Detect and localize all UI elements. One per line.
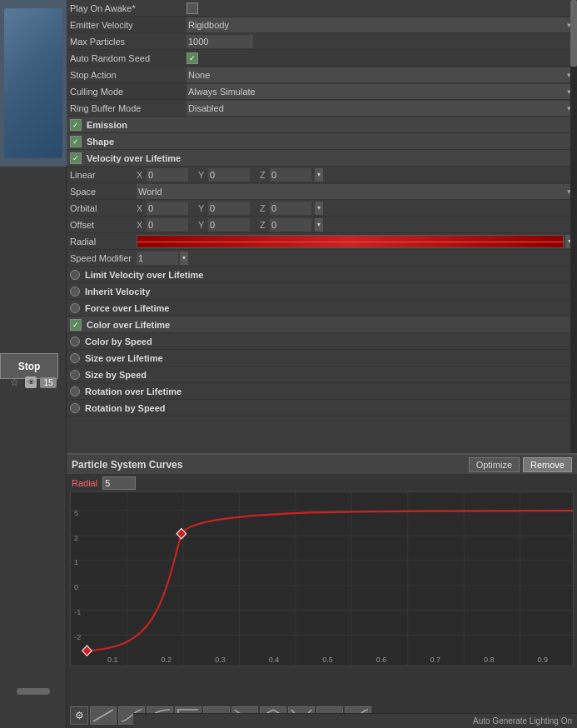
force-over-lifetime-header[interactable]: Force over Lifetime: [67, 300, 577, 317]
z-label: Z: [260, 170, 268, 180]
optimize-button[interactable]: Optimize: [469, 457, 520, 472]
layer-badge: 15: [40, 377, 56, 388]
curve-settings-icon[interactable]: ⚙: [70, 706, 88, 725]
eye-icon[interactable]: 👁: [25, 376, 37, 388]
offset-y-input[interactable]: [208, 218, 250, 232]
inherit-velocity-header[interactable]: Inherit Velocity: [67, 283, 577, 300]
y-label: Y: [198, 170, 206, 180]
rotation-by-speed-radio[interactable]: [70, 403, 80, 413]
sidebar-preview: [0, 0, 67, 167]
offset-y-field: Y: [198, 218, 250, 232]
culling-mode-select[interactable]: Always Simulate Pause And Catch-up Pause…: [187, 84, 574, 99]
color-over-lifetime-header[interactable]: ✓ Color over Lifetime: [67, 317, 577, 333]
shape-section-header[interactable]: ✓ Shape: [67, 133, 577, 150]
size-by-speed-radio[interactable]: [70, 370, 80, 380]
play-on-awake-label: Play On Awake*: [70, 3, 187, 13]
culling-mode-select-wrapper: Always Simulate Pause And Catch-up Pause…: [187, 84, 574, 99]
play-on-awake-checkbox[interactable]: [187, 2, 198, 14]
emission-section-header[interactable]: ✓ Emission: [67, 117, 577, 133]
curves-radial-label: Radial: [72, 478, 97, 488]
x-tick-07: 0.7: [408, 656, 462, 664]
limit-velocity-radio[interactable]: [70, 270, 80, 280]
x-axis: 0.1 0.2 0.3 0.4 0.5 0.6 0.7 0.8 0.9: [86, 656, 570, 664]
orbital-x-field: X: [137, 202, 188, 215]
orbital-label: Orbital: [70, 203, 137, 213]
orbital-dropdown[interactable]: ▾: [315, 202, 323, 215]
space-select[interactable]: World Local: [137, 184, 574, 199]
size-over-lifetime-radio[interactable]: [70, 353, 80, 363]
auto-random-seed-checkbox[interactable]: ✓: [187, 52, 198, 64]
velocity-over-lifetime-label: Velocity over Lifetime: [87, 153, 181, 163]
limit-velocity-label: Limit Velocity over Lifetime: [85, 270, 203, 280]
max-particles-input[interactable]: [187, 35, 253, 48]
linear-z-input[interactable]: [270, 168, 311, 182]
offset-x-input[interactable]: [147, 218, 188, 232]
curve-chart: 5 2 1 0 -1 -2: [71, 492, 573, 666]
preset-btn-1[interactable]: [90, 706, 117, 725]
rotation-by-speed-header[interactable]: Rotation by Speed: [67, 400, 577, 416]
color-by-speed-header[interactable]: Color by Speed: [67, 333, 577, 350]
orbital-y-label: Y: [198, 203, 206, 213]
shape-checkbox[interactable]: ✓: [70, 136, 82, 147]
limit-velocity-header[interactable]: Limit Velocity over Lifetime: [67, 267, 577, 283]
force-over-lifetime-radio[interactable]: [70, 303, 80, 313]
curves-header: Particle System Curves Optimize Remove: [67, 455, 577, 475]
ring-buffer-mode-select-wrapper: Disabled Pause Until Replaced Loop Until…: [187, 101, 574, 116]
stop-action-label: Stop Action: [70, 70, 187, 80]
velocity-over-lifetime-header[interactable]: ✓ Velocity over Lifetime: [67, 150, 577, 167]
speed-modifier-dropdown[interactable]: ▾: [180, 252, 188, 265]
offset-z-input[interactable]: [270, 218, 311, 232]
scroll-handle[interactable]: [17, 688, 50, 695]
size-over-lifetime-label: Size over Lifetime: [85, 353, 163, 363]
orbital-x-input[interactable]: [147, 202, 188, 215]
emission-checkbox[interactable]: ✓: [70, 119, 82, 131]
x-tick-09: 0.9: [516, 656, 570, 664]
orbital-x-label: X: [137, 203, 145, 213]
rotation-over-lifetime-header[interactable]: Rotation over Lifetime: [67, 383, 577, 400]
emitter-velocity-select-wrapper: Rigidbody Transform: [187, 17, 574, 32]
speed-modifier-input[interactable]: [137, 252, 178, 265]
ring-buffer-mode-select[interactable]: Disabled Pause Until Replaced Loop Until…: [187, 101, 574, 116]
orbital-z-label: Z: [260, 203, 268, 213]
radial-bar-line: [137, 242, 563, 242]
stop-button[interactable]: Stop: [0, 177, 58, 202]
offset-dropdown[interactable]: ▾: [315, 218, 323, 232]
curves-value-input[interactable]: [102, 476, 136, 490]
emission-label: Emission: [87, 120, 127, 130]
chart-area[interactable]: 5 2 1 0 -1 -2 0.1 0.2 0.3 0.4 0.5: [70, 491, 574, 666]
x-tick-02: 0.2: [140, 656, 194, 664]
rotation-over-lifetime-radio[interactable]: [70, 386, 80, 396]
remove-button[interactable]: Remove: [523, 457, 572, 472]
size-by-speed-header[interactable]: Size by Speed: [67, 366, 577, 383]
x-tick-06: 0.6: [355, 656, 409, 664]
emitter-velocity-label: Emitter Velocity: [70, 20, 187, 30]
culling-mode-label: Culling Mode: [70, 87, 187, 97]
offset-x-field: X: [137, 218, 188, 232]
svg-text:-1: -1: [74, 607, 81, 616]
size-over-lifetime-header[interactable]: Size over Lifetime: [67, 350, 577, 366]
orbital-z-input[interactable]: [270, 202, 311, 215]
linear-dropdown[interactable]: ▾: [315, 168, 323, 182]
linear-xyz: X Y Z ▾: [137, 168, 574, 182]
stop-action-select[interactable]: None Disable Destroy Callback: [187, 67, 574, 82]
scrollbar-thumb[interactable]: [570, 0, 577, 67]
emitter-velocity-select[interactable]: Rigidbody Transform: [187, 17, 574, 32]
x-tick-03: 0.3: [193, 656, 247, 664]
inherit-velocity-radio[interactable]: [70, 287, 80, 297]
linear-x-input[interactable]: [147, 168, 188, 182]
x-tick-01: 0.1: [86, 656, 140, 664]
velocity-over-lifetime-checkbox[interactable]: ✓: [70, 152, 82, 164]
color-over-lifetime-checkbox[interactable]: ✓: [70, 319, 82, 331]
star-icon: ☆: [10, 376, 22, 388]
curves-title: Particle System Curves: [72, 459, 182, 471]
linear-y-input[interactable]: [208, 168, 250, 182]
rotation-by-speed-label: Rotation by Speed: [85, 403, 166, 413]
space-row: Space World Local: [67, 183, 577, 200]
offset-y-label: Y: [198, 220, 206, 230]
offset-z-field: Z: [260, 218, 311, 232]
color-by-speed-radio[interactable]: [70, 337, 80, 347]
orbital-xyz: X Y Z ▾: [137, 202, 574, 215]
orbital-y-input[interactable]: [208, 202, 250, 215]
sidebar-icon-row: ☆ 👁 15: [7, 375, 59, 390]
radial-curve-bar[interactable]: [137, 235, 564, 248]
